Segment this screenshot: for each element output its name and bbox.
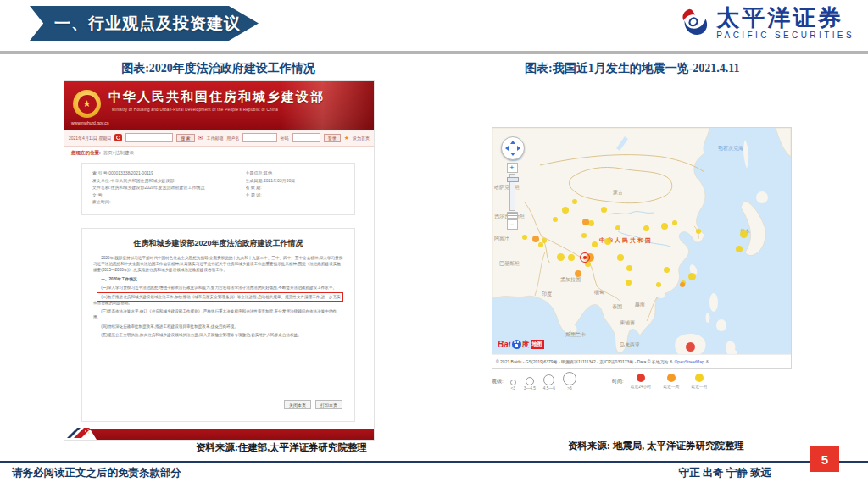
footer-divider — [0, 461, 868, 463]
time-dot-icon — [637, 374, 645, 382]
time-dot-icon — [667, 374, 676, 382]
baidu-logo-map-word: 地图 — [531, 340, 544, 349]
map-canvas[interactable]: + − Bai 度 地图 鄂霍次克海蒙古中华人民共和国哈萨克斯坦吉尔吉斯斯坦阿富… — [492, 128, 791, 355]
print-page-button[interactable]: 打印本页 — [315, 400, 342, 409]
right-chart-caption: 图表:我国近1月发生的地震一览-2021.4.11 — [525, 61, 740, 76]
quake-marker-yellow[interactable] — [557, 253, 565, 261]
quake-marker-yellow[interactable] — [522, 235, 527, 240]
zoom-out-button[interactable]: − — [507, 219, 518, 230]
legend-time-item: 最近一周 — [663, 374, 679, 389]
map-label: 缅甸 — [594, 289, 604, 297]
map-label: 印度 — [542, 291, 552, 298]
quake-marker-yellow[interactable] — [604, 238, 611, 245]
map-pan-control[interactable] — [501, 136, 525, 160]
quake-marker-yellow[interactable] — [661, 223, 668, 230]
quake-marker-yellow[interactable] — [672, 220, 677, 225]
quake-marker-orange[interactable] — [680, 282, 685, 287]
quake-marker-yellow[interactable] — [656, 282, 661, 287]
map-label: 马来西亚 — [620, 341, 640, 349]
doc-heading: 一、2020年工作情况 — [93, 276, 343, 282]
legend-time-item: 最近24小时 — [631, 374, 652, 389]
openstreetmap-link[interactable]: OpenStreetMap — [674, 359, 704, 364]
meta-col-right: 主题信息:其他生成日期:2021年03月30日有 效 期:主 题 词: — [246, 170, 344, 208]
quake-marker-yellow[interactable] — [592, 241, 598, 247]
legend-label: <3 — [510, 386, 515, 391]
zoom-level-indicator — [507, 212, 518, 219]
quake-marker-yellow[interactable] — [615, 225, 620, 230]
quake-marker-orange[interactable] — [575, 270, 581, 277]
meta-field: 索 引 号:000013338/2021-00119 — [92, 170, 246, 175]
legend-label: 最近一月 — [691, 384, 707, 389]
logo-text: 太平洋证券 PACIFIC SECURITIES — [716, 6, 854, 40]
quake-marker-red[interactable] — [686, 342, 695, 352]
zoom-slider-handle[interactable] — [507, 177, 519, 182]
mail-label[interactable]: 工作邮箱 — [206, 136, 223, 141]
slide: 一、行业观点及投资建议 太平洋证券 PACIFIC SECURITIES 图表:… — [0, 0, 868, 488]
quake-marker-orange[interactable] — [532, 236, 539, 242]
pacific-securities-swirl-icon — [677, 7, 709, 39]
search-icon — [114, 134, 122, 141]
attribution-text: © 2021 Baidu - GS(2019)6379号 - 甲测资字11111… — [496, 359, 672, 364]
magnitude-circle-icon — [510, 380, 516, 385]
legend-label: 3—4.5 — [524, 386, 536, 391]
zoom-in-button[interactable]: + — [507, 163, 518, 173]
map-label: 巴基斯坦 — [499, 260, 520, 268]
website-subtitle-en: Ministry of Housing and Urban-Rural Deve… — [112, 108, 278, 112]
earthquake-map[interactable]: + − Bai 度 地图 鄂霍次克海蒙古中华人民共和国哈萨克斯坦吉尔吉斯斯坦阿富… — [492, 127, 792, 369]
legend-label: >6 — [567, 386, 571, 391]
doc-paragraph: 2020年,我部坚持以习近平新时代中国特色社会主义思想为指导,全面贯彻党的十九大… — [93, 255, 343, 273]
doc-paragraph: (四)持续深化行政审批制度改革,推进工程建设项目审批制度改革,优化营商环境。 — [93, 324, 343, 330]
national-emblem-icon: ★ — [73, 90, 101, 118]
site-search-input[interactable] — [125, 133, 173, 142]
map-label: 鄂霍次克海 — [718, 145, 743, 152]
breadcrumb-path[interactable]: 首页>法制建设 — [103, 150, 134, 156]
quake-marker-yellow[interactable] — [696, 229, 701, 234]
meta-field: 主题信息:其他 — [246, 170, 344, 175]
quake-marker-yellow[interactable] — [572, 199, 577, 204]
map-zoom-control[interactable]: + − — [505, 163, 519, 230]
login-button[interactable]: 登录 — [324, 134, 341, 142]
quake-marker-yellow[interactable] — [568, 254, 575, 261]
map-label: 蒙古 — [613, 189, 623, 197]
magnitude-circle-icon — [563, 372, 576, 385]
quake-marker-yellow[interactable] — [617, 254, 624, 261]
quake-marker-yellow[interactable] — [538, 242, 543, 247]
legend-magnitudes: <33—4.54.5—6>6 — [510, 372, 576, 391]
username-input[interactable] — [242, 133, 276, 142]
mail-icon: ✉ — [198, 135, 203, 141]
meta-field: 有 效 期: — [246, 185, 344, 190]
quake-marker-yellow[interactable] — [553, 217, 558, 222]
document-buttons: 关闭本页 打印本页 — [284, 400, 342, 409]
meta-field: 文 号: — [92, 192, 246, 197]
doc-paragraph: (二)有序推进住房和城乡建设领域立法工作,加快推动《城市房屋安全管理条例》等立法… — [93, 294, 343, 306]
legend-magnitude-label: 震级: — [492, 378, 504, 385]
password-label: 密码 — [281, 136, 289, 141]
right-source-note: 资料来源: 地震局, 太平洋证券研究院整理 — [559, 440, 753, 452]
company-logo: 太平洋证券 PACIFIC SECURITIES — [677, 6, 854, 40]
quake-marker-yellow[interactable] — [562, 207, 569, 214]
quake-marker-yellow[interactable] — [688, 273, 696, 280]
meta-field: 发文单位:中华人民共和国住房和城乡建设部 — [92, 178, 246, 183]
left-chart-caption: 图表:2020年度法治政府建设工作情况 — [64, 61, 373, 76]
quake-marker-yellow[interactable] — [736, 246, 743, 252]
zoom-slider-track[interactable] — [509, 174, 515, 211]
epicenter-target-marker[interactable] — [580, 252, 590, 263]
baidu-maps-logo[interactable]: Bai 度 地图 — [498, 339, 544, 350]
doc-paragraph: (五)规范公正文明执法,加大住房和城乡建设领域执法力度,深入开展物业管理等专项整… — [93, 332, 343, 338]
close-page-button[interactable]: 关闭本页 — [284, 400, 311, 409]
site-search-button[interactable]: 搜 索 — [176, 134, 194, 142]
quake-marker-yellow[interactable] — [740, 230, 748, 238]
quake-marker-yellow[interactable] — [581, 233, 587, 238]
quake-marker-yellow[interactable] — [626, 280, 632, 286]
legend-magnitude-item: 3—4.5 — [524, 377, 536, 391]
quake-marker-yellow[interactable] — [643, 225, 649, 231]
quake-marker-yellow[interactable] — [664, 267, 670, 273]
quake-marker-yellow[interactable] — [626, 265, 632, 271]
quake-marker-orange[interactable] — [582, 219, 589, 225]
password-input[interactable] — [292, 133, 320, 142]
section-banner: 一、行业观点及投资建议 — [30, 6, 259, 41]
set-home-link[interactable]: 设为首页 — [353, 136, 370, 141]
quake-marker-yellow[interactable] — [601, 207, 607, 213]
doc-body: 2020年,我部坚持以习近平新时代中国特色社会主义思想为指导,全面贯彻党的十九大… — [93, 255, 343, 338]
website-footer-red-bar — [64, 429, 374, 440]
